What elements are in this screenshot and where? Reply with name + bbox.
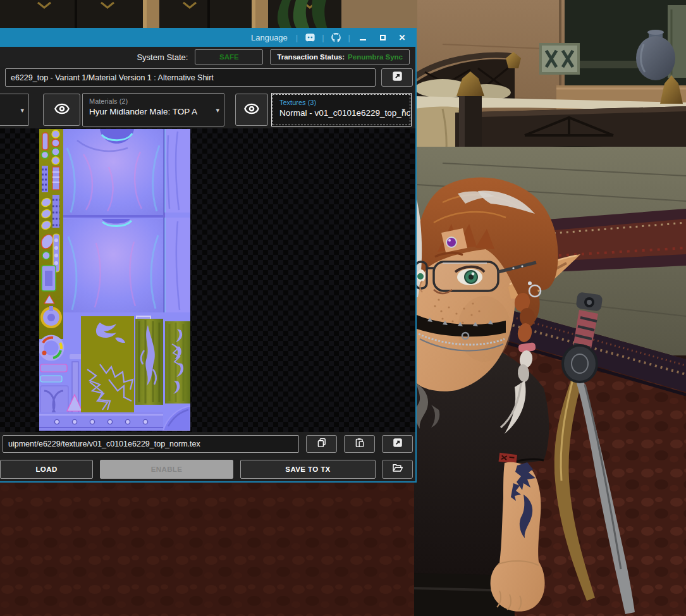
popout-icon: [392, 71, 403, 84]
copy-icon: [317, 438, 327, 450]
popout-texture-button[interactable]: [382, 435, 413, 453]
texture-viewer[interactable]: [0, 128, 415, 432]
enable-button[interactable]: ENABLE: [100, 460, 233, 479]
paste-icon: [355, 438, 365, 450]
eye-icon: [54, 101, 70, 120]
transaction-status-button[interactable]: Transaction Status: Penumbra Sync: [270, 49, 410, 65]
textures-dropdown-group: Textures (3) Normal - v01_c0101e6229_top…: [271, 93, 412, 126]
transaction-status-label: Transaction Status:: [277, 53, 345, 61]
titlebar-separator: |: [348, 33, 350, 42]
titlebar-separator: |: [296, 33, 298, 42]
folder-open-icon: [392, 462, 403, 476]
chevron-down-icon: ▾: [20, 106, 24, 114]
system-state-label: System State:: [137, 52, 188, 62]
textools-window: Language | | | ✕ System State: SAFE Tran…: [0, 28, 417, 483]
normal-map-texture: [39, 129, 190, 431]
action-row: LOAD ENABLE SAVE TO TX: [0, 460, 415, 479]
textures-dropdown[interactable]: Textures (3) Normal - v01_c0101e6229_top…: [273, 94, 410, 125]
open-folder-button[interactable]: [382, 460, 413, 479]
system-state-button[interactable]: SAFE: [195, 49, 263, 65]
screen: Language | | | ✕ System State: SAFE Tran…: [0, 0, 686, 616]
chevron-down-icon: ▾: [401, 106, 405, 114]
titlebar: Language | | | ✕: [0, 28, 415, 47]
selector-row: ▾ Materials (2) Hyur Midlander Male: TOP…: [0, 93, 415, 126]
textures-dropdown-label: Textures (3): [279, 99, 410, 106]
materials-dropdown-value: Hyur Midlander Male: TOP A: [89, 107, 224, 116]
popout-icon: [393, 438, 403, 450]
language-menu[interactable]: Language: [251, 33, 288, 42]
paste-path-button[interactable]: [344, 435, 375, 453]
item-row: [0, 68, 415, 87]
material-visibility-button[interactable]: [43, 94, 80, 126]
tile-band: [541, 44, 579, 73]
transaction-status-value: Penumbra Sync: [348, 53, 403, 61]
textures-dropdown-value: Normal - v01_c0101e6229_top_norm: [279, 108, 410, 118]
sword-guard: [563, 345, 597, 382]
eye-icon: [243, 101, 260, 120]
copy-path-button[interactable]: [306, 435, 337, 453]
model-dropdown[interactable]: ▾: [0, 94, 29, 126]
minimize-button[interactable]: [356, 31, 370, 44]
texture-visibility-button[interactable]: [235, 94, 268, 126]
wood-panels: [0, 0, 417, 29]
materials-dropdown[interactable]: Materials (2) Hyur Midlander Male: TOP A…: [82, 93, 224, 126]
texture-path-row: [0, 435, 415, 453]
save-to-tx-button[interactable]: SAVE TO TX: [240, 460, 376, 479]
status-row: System State: SAFE Transaction Status: P…: [0, 47, 415, 67]
load-button[interactable]: LOAD: [0, 460, 93, 479]
maximize-button[interactable]: [376, 31, 389, 44]
plant: [278, 0, 328, 29]
close-button[interactable]: ✕: [395, 31, 409, 44]
materials-dropdown-label: Materials (2): [89, 97, 224, 105]
chevron-down-icon: ▾: [216, 106, 219, 114]
discord-icon[interactable]: [303, 31, 316, 44]
github-icon[interactable]: [330, 31, 343, 44]
texture-path-input[interactable]: [3, 435, 299, 453]
item-path-input[interactable]: [5, 68, 376, 87]
titlebar-separator: |: [322, 33, 324, 42]
popout-item-button[interactable]: [381, 68, 413, 87]
